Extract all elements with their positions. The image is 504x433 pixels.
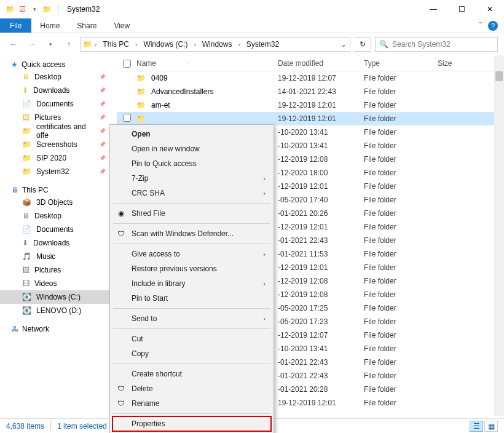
back-button[interactable]: ← xyxy=(6,37,21,52)
address-bar[interactable]: 📁 › This PC › Windows (C:) › Windows › S… xyxy=(80,37,350,52)
sidebar-item[interactable]: 📁Screenshots xyxy=(0,138,117,151)
select-all-checkbox[interactable] xyxy=(123,58,136,67)
context-menu-item[interactable]: Open in new window xyxy=(112,141,272,156)
folder-icon: 📁 xyxy=(22,127,31,135)
drive-icon: 🖼 xyxy=(22,266,30,274)
folder-icon: 📁 xyxy=(136,74,146,82)
chevron-right-icon[interactable]: › xyxy=(238,41,240,48)
col-name[interactable]: Nameˆ xyxy=(136,59,278,68)
table-row[interactable]: 📁0409 19-12-2019 12:07 File folder xyxy=(117,71,504,85)
titlebar: 📁 ☑ ▾ 📁 System32 — ☐ ✕ xyxy=(0,0,504,18)
chevron-right-icon[interactable]: › xyxy=(194,41,195,48)
sidebar-item[interactable]: 📄Documents xyxy=(0,97,117,111)
up-button[interactable]: ↑ xyxy=(61,37,76,52)
context-menu-item[interactable]: 🛡 Delete xyxy=(112,381,272,396)
context-menu-item[interactable]: Properties xyxy=(112,416,272,431)
this-pc[interactable]: 🖥This PC xyxy=(0,185,117,196)
help-icon[interactable]: ? xyxy=(488,21,498,31)
scrollbar[interactable] xyxy=(494,55,504,416)
sidebar-item[interactable]: 🖥Desktop xyxy=(0,70,117,84)
tab-home[interactable]: Home xyxy=(31,18,68,33)
separator xyxy=(113,328,270,329)
icons-view-button[interactable]: ▦ xyxy=(484,421,498,432)
refresh-button[interactable]: ↻ xyxy=(354,37,371,52)
separator xyxy=(113,244,270,244)
folder-icon: 🖥 xyxy=(22,73,30,81)
folder-icon: 📁 xyxy=(136,87,146,96)
ribbon-expand-icon[interactable]: ˇ xyxy=(479,22,482,30)
chevron-right-icon[interactable]: › xyxy=(95,41,96,48)
context-menu-item[interactable]: Create shortcut xyxy=(112,367,272,381)
separator xyxy=(113,413,270,414)
search-placeholder: Search System32 xyxy=(392,40,451,49)
col-type[interactable]: Type xyxy=(364,59,438,68)
col-date[interactable]: Date modified xyxy=(278,59,364,68)
context-menu-item[interactable]: Include in library › xyxy=(112,276,272,291)
chevron-right-icon: › xyxy=(263,175,266,182)
table-row[interactable]: 📁 19-12-2019 12:01 File folder xyxy=(117,112,504,125)
context-menu-item[interactable]: Send to › xyxy=(112,311,272,326)
breadcrumb-segment[interactable]: Windows xyxy=(199,40,236,49)
context-menu-item[interactable]: 7-Zip › xyxy=(112,171,272,186)
sort-indicator-icon: ˆ xyxy=(187,62,189,67)
context-menu-item[interactable]: 🛡 Rename xyxy=(112,396,272,411)
col-size[interactable]: Size xyxy=(438,59,474,68)
window-title: System32 xyxy=(67,5,100,14)
folder-icon: 📁 xyxy=(22,167,31,176)
forward-button[interactable]: → xyxy=(25,37,39,52)
context-menu-item[interactable]: Copy xyxy=(112,346,272,361)
breadcrumb-segment[interactable]: This PC xyxy=(99,40,133,49)
sidebar-item[interactable]: 💽LENOVO (D:) xyxy=(0,304,117,317)
star-icon: ★ xyxy=(11,60,18,69)
table-row[interactable]: 📁AdvancedInstallers 14-01-2021 22:43 Fil… xyxy=(117,85,504,98)
context-menu-item[interactable]: Give access to › xyxy=(112,247,272,261)
context-menu-item[interactable]: Open xyxy=(112,127,272,141)
network[interactable]: 🖧Network xyxy=(0,324,117,335)
search-input[interactable]: 🔍 Search System32 xyxy=(375,37,498,52)
sidebar-item[interactable]: 📁certificates and offe xyxy=(0,124,117,138)
context-menu-item[interactable]: Restore previous versions xyxy=(112,261,272,276)
checkbox-icon[interactable]: ☑ xyxy=(17,4,27,14)
breadcrumb-segment[interactable]: System32 xyxy=(243,40,283,49)
minimize-button[interactable]: — xyxy=(419,0,447,18)
scroll-thumb[interactable] xyxy=(495,71,503,81)
sidebar-item[interactable]: 📦3D Objects xyxy=(0,196,117,209)
context-menu-item[interactable]: Pin to Start xyxy=(112,291,272,306)
pc-icon: 🖥 xyxy=(11,186,18,194)
context-menu-item[interactable]: Pin to Quick access xyxy=(112,156,272,171)
menu-icon: 🛡 xyxy=(116,229,127,238)
sidebar-item[interactable]: ⬇Downloads xyxy=(0,236,117,250)
breadcrumb-segment[interactable]: Windows (C:) xyxy=(140,40,191,49)
recent-dropdown-icon[interactable]: ▾ xyxy=(43,37,58,52)
tab-share[interactable]: Share xyxy=(68,18,105,33)
row-checkbox[interactable] xyxy=(123,114,131,122)
sidebar-item[interactable]: ⬇Downloads xyxy=(0,84,117,97)
sidebar-item[interactable]: 📁SIP 2020 xyxy=(0,151,117,165)
qat-dropdown-icon[interactable]: ▾ xyxy=(30,4,39,14)
sidebar-item[interactable]: 🖥Desktop xyxy=(0,209,117,223)
context-menu-item[interactable]: 🛡 Scan with Windows Defender... xyxy=(112,226,272,241)
sidebar-item[interactable]: 🎵Music xyxy=(0,250,117,263)
chevron-right-icon: › xyxy=(263,250,266,258)
maximize-button[interactable]: ☐ xyxy=(447,0,476,18)
folder-icon: 📁 xyxy=(42,4,52,14)
address-dropdown-icon[interactable]: ⌄ xyxy=(337,40,350,49)
table-row[interactable]: 📁am-et 19-12-2019 12:01 File folder xyxy=(117,98,504,112)
sidebar-item[interactable]: 💽Windows (C:) xyxy=(0,290,117,304)
file-tab[interactable]: File xyxy=(0,18,31,33)
context-menu-item[interactable]: CRC SHA › xyxy=(112,186,272,201)
sidebar-item[interactable]: 📁System32 xyxy=(0,165,117,178)
sidebar-item[interactable]: 🖼Pictures xyxy=(0,263,117,277)
close-button[interactable]: ✕ xyxy=(476,0,504,18)
quick-access[interactable]: ★Quick access xyxy=(0,59,117,70)
separator xyxy=(113,363,270,364)
details-view-button[interactable]: ☰ xyxy=(470,421,483,432)
context-menu-item[interactable]: Cut xyxy=(112,332,272,346)
sidebar-item[interactable]: 🎞Videos xyxy=(0,277,117,290)
menu-icon: ◉ xyxy=(116,209,127,218)
tab-view[interactable]: View xyxy=(105,18,138,33)
context-menu-item[interactable]: ◉ Shred File xyxy=(112,206,272,221)
sidebar-item[interactable]: 📄Documents xyxy=(0,223,117,236)
chevron-right-icon[interactable]: › xyxy=(135,41,137,48)
folder-icon: 📁 xyxy=(22,140,31,149)
